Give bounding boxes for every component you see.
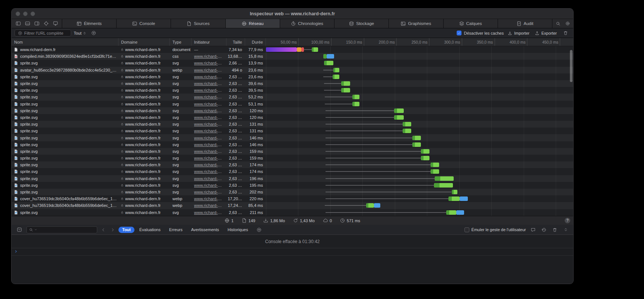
initiator-link[interactable]: www.richard-d… — [194, 196, 224, 201]
console-filter-evaluations[interactable]: Évaluations — [136, 227, 164, 233]
network-request-row[interactable]: sprite.svg www.richard-dern.fr svg www.r… — [12, 148, 573, 155]
initiator-link[interactable]: www.richard-d… — [194, 136, 224, 140]
initiator-link[interactable]: www.richard-d… — [194, 176, 224, 181]
initiator-link[interactable]: www.richard-d… — [194, 129, 224, 133]
network-request-row[interactable]: sprite.svg www.richard-dern.fr svg www.r… — [12, 189, 573, 195]
network-request-row[interactable]: sprite.svg www.richard-dern.fr svg www.r… — [12, 101, 573, 107]
tab-sources[interactable]: Sources — [171, 19, 225, 28]
vertical-scrollbar[interactable] — [569, 47, 572, 215]
waterfall-bar[interactable] — [403, 122, 411, 126]
network-request-row[interactable]: sprite.svg www.richard-dern.fr svg www.r… — [12, 155, 573, 161]
expand-console-icon[interactable] — [561, 227, 570, 232]
export-button[interactable]: Exporter — [533, 31, 558, 35]
column-header-domain[interactable]: Domaine — [118, 38, 170, 46]
waterfall-bar[interactable] — [394, 108, 404, 113]
network-request-row[interactable]: sprite.svg www.richard-dern.fr svg www.r… — [12, 134, 573, 141]
network-request-row[interactable]: sprite.svg www.richard-dern.fr svg www.r… — [12, 121, 573, 128]
console-filter-erreurs[interactable]: Erreurs — [165, 227, 186, 233]
initiator-link[interactable]: www.richard-d… — [194, 108, 224, 113]
stat-clock[interactable]: 571 ms — [340, 218, 360, 223]
dock-side-icon[interactable] — [32, 19, 41, 28]
initiator-link[interactable]: www.richard-d… — [194, 142, 224, 147]
search-icon[interactable] — [553, 19, 563, 28]
initiator-link[interactable]: www.richard-d… — [194, 163, 224, 167]
dock-bottom-icon[interactable] — [23, 19, 32, 28]
initiator-link[interactable]: www.richard-d… — [194, 149, 224, 154]
minimize-window-button[interactable] — [23, 12, 28, 16]
waterfall-bar[interactable] — [394, 115, 404, 120]
console-filter-avertissements[interactable]: Avertissements — [187, 227, 223, 233]
network-request-row[interactable]: sprite.svg www.richard-dern.fr svg www.r… — [12, 107, 573, 114]
tab-layers[interactable]: Calques — [444, 19, 498, 28]
resource-type-select[interactable]: Tout — [74, 31, 86, 35]
initiator-link[interactable]: www.richard-d… — [194, 122, 224, 126]
url-filter-input[interactable]: Filtrer l'URL complète — [15, 29, 71, 37]
network-request-row[interactable]: sprite.svg www.richard-dern.fr svg www.r… — [12, 94, 573, 100]
waterfall-bar[interactable] — [434, 183, 453, 188]
network-request-row[interactable]: sprite.svg www.richard-dern.fr svg www.r… — [12, 141, 573, 148]
tab-elements[interactable]: Éléments — [62, 19, 117, 28]
network-request-row[interactable]: sprite.svg www.richard-dern.fr svg www.r… — [12, 60, 573, 66]
element-picker-icon[interactable] — [41, 19, 51, 28]
network-request-row[interactable]: sprite.svg www.richard-dern.fr svg www.r… — [12, 73, 573, 80]
waterfall-bar[interactable] — [333, 75, 339, 79]
import-button[interactable]: Importer — [506, 31, 531, 35]
column-header-type[interactable]: Type — [170, 38, 191, 46]
settings-gear-icon[interactable] — [563, 19, 572, 28]
initiator-link[interactable]: www.richard-d… — [194, 115, 224, 120]
console-prompt[interactable] — [12, 248, 573, 256]
stat-imported[interactable]: 1,86 Mo — [263, 218, 285, 223]
network-request-row[interactable]: sprite.svg www.richard-dern.fr svg www.r… — [12, 161, 573, 168]
previous-result-icon[interactable] — [100, 226, 107, 233]
console-filter-options-icon[interactable] — [254, 225, 264, 235]
initiator-link[interactable]: www.richard-d… — [194, 183, 224, 188]
network-request-row[interactable]: sprite.svg www.richard-dern.fr svg www.r… — [12, 209, 573, 216]
clear-network-trash-icon[interactable] — [561, 28, 570, 38]
tab-timelines[interactable]: Chronologies — [280, 19, 334, 28]
waterfall-bar[interactable] — [341, 81, 350, 86]
stat-globe[interactable]: 1 — [225, 218, 234, 223]
clear-console-trash-icon[interactable] — [550, 227, 559, 232]
column-header-initiator[interactable]: Initiateur — [191, 38, 226, 46]
stat-document[interactable]: 149 — [242, 218, 255, 223]
waterfall-bar[interactable] — [435, 176, 454, 181]
close-window-button[interactable] — [16, 12, 20, 16]
help-icon[interactable]: ? — [565, 218, 570, 223]
waterfall-bar[interactable] — [446, 210, 456, 215]
network-request-row[interactable]: sprite.svg www.richard-dern.fr svg www.r… — [12, 168, 573, 175]
network-request-row[interactable]: sprite.svg www.richard-dern.fr svg www.r… — [12, 182, 573, 189]
console-search-input[interactable] — [26, 226, 97, 233]
waterfall-bar[interactable] — [431, 163, 439, 167]
waterfall-bar[interactable] — [456, 210, 464, 215]
initiator-link[interactable]: www.richard-d… — [194, 169, 224, 174]
console-messages-icon[interactable] — [529, 227, 538, 232]
next-result-icon[interactable] — [109, 226, 116, 233]
waterfall-bar[interactable] — [312, 47, 318, 52]
column-header-name[interactable]: Nom — [12, 38, 118, 46]
waterfall-bar[interactable] — [460, 196, 468, 201]
waterfall-bar[interactable] — [412, 142, 421, 147]
console-scope-icon[interactable] — [15, 225, 24, 235]
waterfall-bar[interactable] — [266, 47, 297, 52]
network-request-row[interactable]: sprite.svg www.richard-dern.fr svg www.r… — [12, 114, 573, 121]
stat-cloud[interactable]: 0 — [323, 218, 332, 223]
waterfall-bar[interactable] — [352, 95, 359, 99]
initiator-link[interactable]: www.richard-d… — [194, 75, 224, 79]
toggle-sidebar-icon[interactable] — [13, 19, 23, 28]
waterfall-bar[interactable] — [301, 47, 304, 52]
initiator-link[interactable]: www.richard-d… — [194, 95, 224, 99]
initiator-link[interactable]: www.richard-d… — [194, 81, 224, 86]
waterfall-bar[interactable] — [341, 88, 350, 92]
network-request-row[interactable]: cover_hu736519dc3b5040cfa48b6b559b6de6ec… — [12, 195, 573, 202]
stat-transfer[interactable]: 1,43 Mo — [293, 218, 315, 223]
column-header-duration[interactable]: Durée — [245, 38, 266, 46]
network-request-row[interactable]: compiled.min.38390909f303624ed9e1cf1bd3f… — [12, 53, 573, 60]
zoom-window-button[interactable] — [31, 12, 35, 16]
emulate-user-gesture-checkbox[interactable]: Émuler le geste de l'utilisateur — [464, 227, 526, 232]
initiator-link[interactable]: www.richard-d… — [194, 61, 224, 65]
waterfall-bar[interactable] — [374, 203, 381, 208]
waterfall-bar[interactable] — [323, 54, 327, 59]
console-filter-tout[interactable]: Tout — [118, 227, 134, 233]
waterfall-bar[interactable] — [452, 190, 458, 194]
initiator-link[interactable]: www.richard-d… — [194, 203, 224, 208]
